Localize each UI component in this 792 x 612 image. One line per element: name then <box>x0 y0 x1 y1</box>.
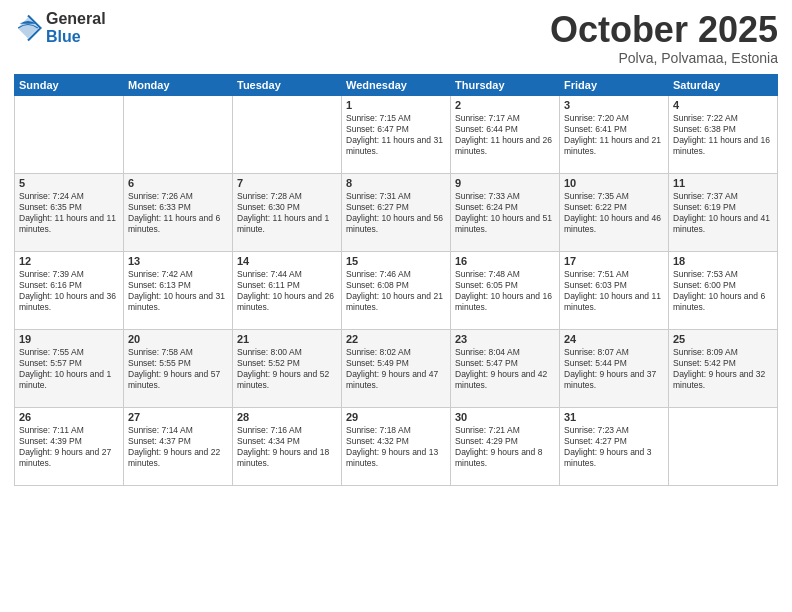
cell-4-4: 30Sunrise: 7:21 AM Sunset: 4:29 PM Dayli… <box>451 407 560 485</box>
header-friday: Friday <box>560 74 669 95</box>
day-info-25: Sunrise: 8:09 AM Sunset: 5:42 PM Dayligh… <box>673 347 773 391</box>
cell-0-3: 1Sunrise: 7:15 AM Sunset: 6:47 PM Daylig… <box>342 95 451 173</box>
location: Polva, Polvamaa, Estonia <box>550 50 778 66</box>
week-row-1: 5Sunrise: 7:24 AM Sunset: 6:35 PM Daylig… <box>15 173 778 251</box>
day-number-14: 14 <box>237 255 337 267</box>
calendar-table: Sunday Monday Tuesday Wednesday Thursday… <box>14 74 778 486</box>
day-number-31: 31 <box>564 411 664 423</box>
day-info-30: Sunrise: 7:21 AM Sunset: 4:29 PM Dayligh… <box>455 425 555 469</box>
day-number-18: 18 <box>673 255 773 267</box>
cell-2-4: 16Sunrise: 7:48 AM Sunset: 6:05 PM Dayli… <box>451 251 560 329</box>
cell-2-0: 12Sunrise: 7:39 AM Sunset: 6:16 PM Dayli… <box>15 251 124 329</box>
cell-3-5: 24Sunrise: 8:07 AM Sunset: 5:44 PM Dayli… <box>560 329 669 407</box>
day-number-24: 24 <box>564 333 664 345</box>
cell-2-2: 14Sunrise: 7:44 AM Sunset: 6:11 PM Dayli… <box>233 251 342 329</box>
month-title: October 2025 <box>550 10 778 50</box>
header: General Blue October 2025 Polva, Polvama… <box>14 10 778 66</box>
cell-2-6: 18Sunrise: 7:53 AM Sunset: 6:00 PM Dayli… <box>669 251 778 329</box>
calendar-header-row: Sunday Monday Tuesday Wednesday Thursday… <box>15 74 778 95</box>
day-info-3: Sunrise: 7:20 AM Sunset: 6:41 PM Dayligh… <box>564 113 664 157</box>
day-info-18: Sunrise: 7:53 AM Sunset: 6:00 PM Dayligh… <box>673 269 773 313</box>
day-info-15: Sunrise: 7:46 AM Sunset: 6:08 PM Dayligh… <box>346 269 446 313</box>
page: General Blue October 2025 Polva, Polvama… <box>0 0 792 612</box>
day-number-2: 2 <box>455 99 555 111</box>
day-info-6: Sunrise: 7:26 AM Sunset: 6:33 PM Dayligh… <box>128 191 228 235</box>
cell-3-4: 23Sunrise: 8:04 AM Sunset: 5:47 PM Dayli… <box>451 329 560 407</box>
header-monday: Monday <box>124 74 233 95</box>
day-number-22: 22 <box>346 333 446 345</box>
day-info-28: Sunrise: 7:16 AM Sunset: 4:34 PM Dayligh… <box>237 425 337 469</box>
day-info-11: Sunrise: 7:37 AM Sunset: 6:19 PM Dayligh… <box>673 191 773 235</box>
day-number-25: 25 <box>673 333 773 345</box>
day-number-29: 29 <box>346 411 446 423</box>
day-number-30: 30 <box>455 411 555 423</box>
header-tuesday: Tuesday <box>233 74 342 95</box>
logo-text: General Blue <box>46 10 106 45</box>
day-info-5: Sunrise: 7:24 AM Sunset: 6:35 PM Dayligh… <box>19 191 119 235</box>
cell-4-1: 27Sunrise: 7:14 AM Sunset: 4:37 PM Dayli… <box>124 407 233 485</box>
logo-general-text: General <box>46 10 106 28</box>
cell-1-5: 10Sunrise: 7:35 AM Sunset: 6:22 PM Dayli… <box>560 173 669 251</box>
cell-3-0: 19Sunrise: 7:55 AM Sunset: 5:57 PM Dayli… <box>15 329 124 407</box>
header-wednesday: Wednesday <box>342 74 451 95</box>
header-sunday: Sunday <box>15 74 124 95</box>
day-info-20: Sunrise: 7:58 AM Sunset: 5:55 PM Dayligh… <box>128 347 228 391</box>
day-info-7: Sunrise: 7:28 AM Sunset: 6:30 PM Dayligh… <box>237 191 337 235</box>
cell-3-1: 20Sunrise: 7:58 AM Sunset: 5:55 PM Dayli… <box>124 329 233 407</box>
day-number-23: 23 <box>455 333 555 345</box>
cell-3-6: 25Sunrise: 8:09 AM Sunset: 5:42 PM Dayli… <box>669 329 778 407</box>
cell-1-6: 11Sunrise: 7:37 AM Sunset: 6:19 PM Dayli… <box>669 173 778 251</box>
day-number-1: 1 <box>346 99 446 111</box>
cell-4-2: 28Sunrise: 7:16 AM Sunset: 4:34 PM Dayli… <box>233 407 342 485</box>
day-number-11: 11 <box>673 177 773 189</box>
day-number-5: 5 <box>19 177 119 189</box>
day-number-28: 28 <box>237 411 337 423</box>
day-number-27: 27 <box>128 411 228 423</box>
cell-0-0 <box>15 95 124 173</box>
week-row-3: 19Sunrise: 7:55 AM Sunset: 5:57 PM Dayli… <box>15 329 778 407</box>
day-info-8: Sunrise: 7:31 AM Sunset: 6:27 PM Dayligh… <box>346 191 446 235</box>
day-info-2: Sunrise: 7:17 AM Sunset: 6:44 PM Dayligh… <box>455 113 555 157</box>
day-info-22: Sunrise: 8:02 AM Sunset: 5:49 PM Dayligh… <box>346 347 446 391</box>
day-number-21: 21 <box>237 333 337 345</box>
day-number-13: 13 <box>128 255 228 267</box>
week-row-0: 1Sunrise: 7:15 AM Sunset: 6:47 PM Daylig… <box>15 95 778 173</box>
header-thursday: Thursday <box>451 74 560 95</box>
day-number-19: 19 <box>19 333 119 345</box>
day-info-24: Sunrise: 8:07 AM Sunset: 5:44 PM Dayligh… <box>564 347 664 391</box>
logo-blue-text: Blue <box>46 28 106 46</box>
day-number-26: 26 <box>19 411 119 423</box>
cell-2-5: 17Sunrise: 7:51 AM Sunset: 6:03 PM Dayli… <box>560 251 669 329</box>
day-info-26: Sunrise: 7:11 AM Sunset: 4:39 PM Dayligh… <box>19 425 119 469</box>
day-info-31: Sunrise: 7:23 AM Sunset: 4:27 PM Dayligh… <box>564 425 664 469</box>
day-number-7: 7 <box>237 177 337 189</box>
day-number-15: 15 <box>346 255 446 267</box>
cell-4-6 <box>669 407 778 485</box>
day-info-12: Sunrise: 7:39 AM Sunset: 6:16 PM Dayligh… <box>19 269 119 313</box>
day-info-13: Sunrise: 7:42 AM Sunset: 6:13 PM Dayligh… <box>128 269 228 313</box>
day-number-6: 6 <box>128 177 228 189</box>
cell-0-1 <box>124 95 233 173</box>
day-number-8: 8 <box>346 177 446 189</box>
day-info-9: Sunrise: 7:33 AM Sunset: 6:24 PM Dayligh… <box>455 191 555 235</box>
title-block: October 2025 Polva, Polvamaa, Estonia <box>550 10 778 66</box>
cell-3-2: 21Sunrise: 8:00 AM Sunset: 5:52 PM Dayli… <box>233 329 342 407</box>
day-info-14: Sunrise: 7:44 AM Sunset: 6:11 PM Dayligh… <box>237 269 337 313</box>
cell-1-0: 5Sunrise: 7:24 AM Sunset: 6:35 PM Daylig… <box>15 173 124 251</box>
cell-0-5: 3Sunrise: 7:20 AM Sunset: 6:41 PM Daylig… <box>560 95 669 173</box>
day-info-21: Sunrise: 8:00 AM Sunset: 5:52 PM Dayligh… <box>237 347 337 391</box>
logo: General Blue <box>14 10 106 45</box>
day-number-17: 17 <box>564 255 664 267</box>
logo-icon <box>14 14 42 42</box>
header-saturday: Saturday <box>669 74 778 95</box>
day-info-23: Sunrise: 8:04 AM Sunset: 5:47 PM Dayligh… <box>455 347 555 391</box>
cell-4-5: 31Sunrise: 7:23 AM Sunset: 4:27 PM Dayli… <box>560 407 669 485</box>
week-row-2: 12Sunrise: 7:39 AM Sunset: 6:16 PM Dayli… <box>15 251 778 329</box>
cell-4-0: 26Sunrise: 7:11 AM Sunset: 4:39 PM Dayli… <box>15 407 124 485</box>
day-number-9: 9 <box>455 177 555 189</box>
cell-4-3: 29Sunrise: 7:18 AM Sunset: 4:32 PM Dayli… <box>342 407 451 485</box>
day-number-20: 20 <box>128 333 228 345</box>
cell-0-6: 4Sunrise: 7:22 AM Sunset: 6:38 PM Daylig… <box>669 95 778 173</box>
cell-1-3: 8Sunrise: 7:31 AM Sunset: 6:27 PM Daylig… <box>342 173 451 251</box>
day-info-1: Sunrise: 7:15 AM Sunset: 6:47 PM Dayligh… <box>346 113 446 157</box>
